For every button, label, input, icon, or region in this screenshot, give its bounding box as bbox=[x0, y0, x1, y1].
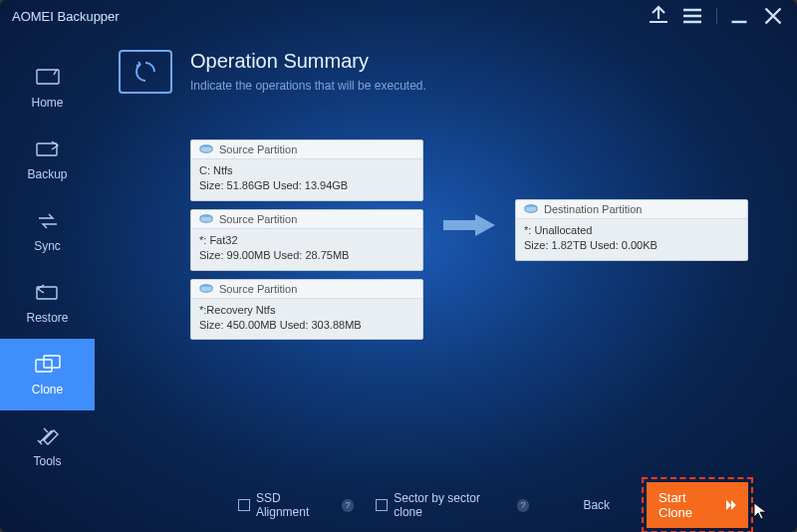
tools-icon bbox=[34, 424, 62, 448]
backup-icon bbox=[34, 137, 62, 161]
sidebar: Home Backup Sync Restore bbox=[0, 32, 95, 532]
sidebar-item-label: Sync bbox=[34, 239, 61, 253]
minimize-icon[interactable] bbox=[727, 4, 751, 28]
summary-icon bbox=[119, 50, 172, 94]
sector-clone-checkbox[interactable]: Sector by sector clone ? bbox=[376, 491, 529, 519]
content: Operation Summary Indicate the operation… bbox=[95, 32, 797, 532]
source-partition-card[interactable]: Source Partition *:Recovery NtfsSize: 45… bbox=[190, 279, 423, 341]
body: Home Backup Sync Restore bbox=[0, 32, 797, 532]
help-icon[interactable]: ? bbox=[517, 499, 530, 512]
clone-icon bbox=[34, 353, 62, 377]
sidebar-item-backup[interactable]: Backup bbox=[0, 124, 95, 195]
checkbox-box bbox=[238, 499, 250, 511]
partition-size: Size: 99.00MB Used: 28.75MB bbox=[199, 248, 414, 263]
sidebar-item-clone[interactable]: Clone bbox=[0, 339, 95, 410]
card-title: Source Partition bbox=[219, 213, 297, 225]
sidebar-item-label: Clone bbox=[32, 383, 63, 397]
start-clone-highlight: Start Clone bbox=[642, 477, 753, 532]
help-icon[interactable]: ? bbox=[342, 499, 355, 512]
app-window: AOMEI Backupper Home bbox=[0, 0, 797, 532]
sync-icon bbox=[34, 209, 62, 233]
disk-icon bbox=[199, 144, 213, 154]
partition-name: C: Ntfs bbox=[199, 163, 414, 178]
sidebar-item-label: Tools bbox=[33, 454, 61, 468]
svg-rect-2 bbox=[37, 287, 57, 299]
footer: SSD Alignment ? Sector by sector clone ?… bbox=[119, 478, 773, 532]
sidebar-item-tools[interactable]: Tools bbox=[0, 410, 95, 482]
menu-icon[interactable] bbox=[680, 4, 704, 28]
page-subtitle: Indicate the operations that will be exe… bbox=[190, 79, 426, 93]
destination-partition-card[interactable]: Destination Partition *: UnallocatedSize… bbox=[515, 199, 748, 261]
source-partition-card[interactable]: Source Partition *: Fat32Size: 99.00MB U… bbox=[190, 209, 423, 271]
source-partition-card[interactable]: Source Partition C: NtfsSize: 51.86GB Us… bbox=[190, 139, 423, 201]
upgrade-icon[interactable] bbox=[647, 4, 670, 28]
partition-name: *:Recovery Ntfs bbox=[199, 303, 414, 318]
back-button[interactable]: Back bbox=[573, 492, 620, 518]
page-title: Operation Summary bbox=[190, 50, 426, 73]
sidebar-item-label: Backup bbox=[27, 167, 67, 181]
sidebar-item-label: Restore bbox=[26, 311, 68, 325]
partition-name: *: Fat32 bbox=[199, 233, 414, 248]
destination-column: Destination Partition *: UnallocatedSize… bbox=[515, 199, 748, 261]
summary-area: Source Partition C: NtfsSize: 51.86GB Us… bbox=[119, 139, 773, 478]
partition-name: *: Unallocated bbox=[524, 223, 739, 238]
source-column: Source Partition C: NtfsSize: 51.86GB Us… bbox=[190, 139, 423, 340]
card-title: Source Partition bbox=[219, 283, 297, 295]
svg-rect-1 bbox=[37, 143, 57, 155]
sidebar-item-sync[interactable]: Sync bbox=[0, 195, 95, 267]
close-icon[interactable] bbox=[761, 4, 785, 28]
arrow-icon bbox=[443, 214, 495, 236]
checkbox-box bbox=[376, 499, 388, 511]
card-title: Destination Partition bbox=[544, 203, 642, 215]
start-clone-button[interactable]: Start Clone bbox=[647, 482, 748, 528]
checkbox-label: SSD Alignment bbox=[256, 491, 336, 519]
partition-size: Size: 1.82TB Used: 0.00KB bbox=[524, 238, 739, 253]
sidebar-item-label: Home bbox=[31, 96, 63, 110]
titlebar-separator bbox=[716, 8, 717, 24]
disk-icon bbox=[524, 204, 538, 214]
restore-icon bbox=[34, 281, 62, 305]
partition-size: Size: 51.86GB Used: 13.94GB bbox=[199, 178, 414, 193]
titlebar: AOMEI Backupper bbox=[0, 0, 797, 32]
page-header: Operation Summary Indicate the operation… bbox=[119, 50, 773, 94]
sidebar-item-home[interactable]: Home bbox=[0, 52, 95, 124]
disk-icon bbox=[199, 284, 213, 294]
sidebar-item-restore[interactable]: Restore bbox=[0, 267, 95, 339]
checkbox-label: Sector by sector clone bbox=[394, 491, 510, 519]
app-title: AOMEI Backupper bbox=[12, 9, 637, 24]
home-icon bbox=[34, 66, 62, 90]
card-title: Source Partition bbox=[219, 143, 297, 155]
start-clone-label: Start Clone bbox=[659, 490, 722, 520]
ssd-alignment-checkbox[interactable]: SSD Alignment ? bbox=[238, 491, 354, 519]
partition-size: Size: 450.00MB Used: 303.88MB bbox=[199, 318, 414, 333]
disk-icon bbox=[199, 214, 213, 224]
